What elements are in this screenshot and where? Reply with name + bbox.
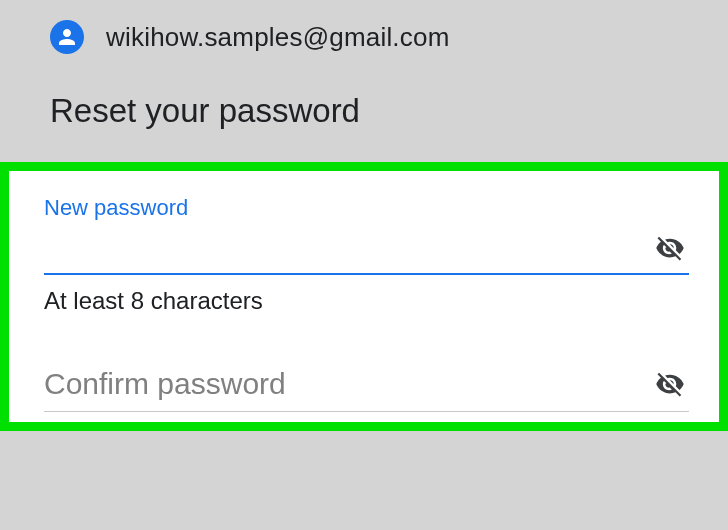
new-password-input[interactable] bbox=[44, 227, 655, 269]
account-email: wikihow.samples@gmail.com bbox=[106, 22, 450, 53]
toggle-visibility-icon[interactable] bbox=[655, 233, 685, 263]
password-form-card: New password At least 8 characters bbox=[0, 162, 728, 431]
page-title: Reset your password bbox=[0, 64, 728, 162]
account-avatar-icon bbox=[50, 20, 84, 54]
confirm-password-input-row bbox=[44, 363, 689, 412]
confirm-password-input[interactable] bbox=[44, 363, 655, 405]
account-header: wikihow.samples@gmail.com bbox=[0, 0, 728, 64]
toggle-visibility-icon[interactable] bbox=[655, 369, 685, 399]
new-password-input-row bbox=[44, 227, 689, 275]
password-hint: At least 8 characters bbox=[44, 287, 689, 315]
new-password-field-group: New password At least 8 characters bbox=[44, 195, 689, 315]
new-password-label: New password bbox=[44, 195, 689, 221]
